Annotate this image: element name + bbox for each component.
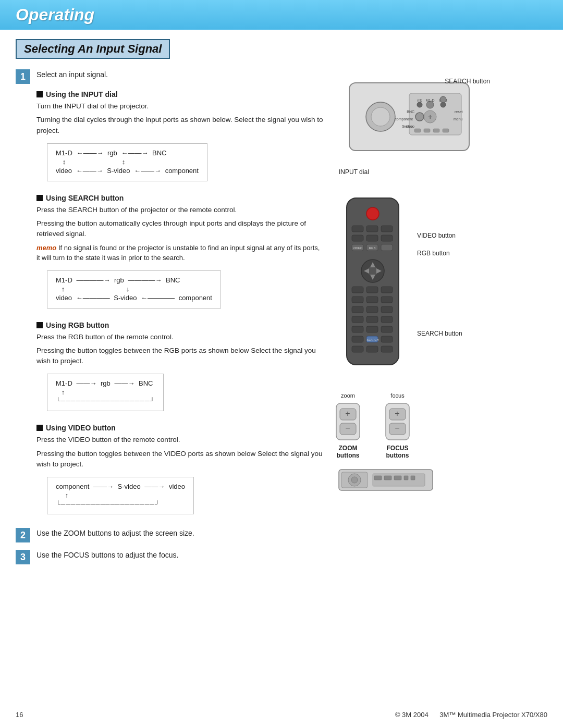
vid-vert: ↑ (56, 491, 185, 499)
s1-arr2: ————→ (126, 276, 164, 284)
d1-bnc: BNC (152, 149, 166, 157)
step-2-number: 2 (16, 528, 30, 542)
svg-rect-26 (352, 226, 363, 232)
svg-rect-53 (352, 326, 363, 332)
d1-arr1: ←——→ (75, 149, 105, 157)
video-para1: Press the VIDEO button of the remote con… (36, 435, 323, 445)
projector-top-svg: ✛ M1-D mb input BNC reset component menu… (334, 78, 490, 166)
svg-rect-58 (381, 336, 393, 342)
svg-rect-45 (366, 297, 378, 303)
svg-rect-51 (366, 316, 378, 323)
svg-text:SEARCH: SEARCH (367, 338, 379, 341)
search-button-label: SEARCH button (445, 78, 490, 85)
input-dial-para2: Turning the dial cycles through the inpu… (36, 115, 323, 136)
d1-m1d: M1-D (56, 149, 72, 157)
svg-text:component: component (395, 117, 413, 121)
remote-labels: VIDEO button RGB button SEARCH button (417, 195, 462, 337)
bullet-icon-2 (36, 195, 43, 201)
step-2: 2 Use the ZOOM buttons to adjust the scr… (16, 527, 323, 542)
search-para1: Press the SEARCH button of the projector… (36, 205, 323, 215)
rgb-title: Using RGB button (36, 321, 323, 329)
input-dial-title: Using the INPUT dial (36, 90, 323, 98)
svg-rect-11 (433, 129, 439, 132)
dial-diagram: M1-D ←——→ rgb ←——→ BNC ↕ ↕ video ←——→ S-… (47, 143, 207, 181)
search-para2: Pressing the button automatically cycles… (36, 218, 323, 240)
step-1-number: 1 (16, 69, 30, 84)
footer-copyright: © 3M 2004 (395, 711, 429, 719)
zoom-buttons-label: ZOOMbuttons (337, 445, 360, 459)
r1-arr1: ——→ (75, 379, 99, 387)
svg-rect-56 (352, 336, 363, 342)
svg-rect-50 (352, 316, 363, 323)
svg-rect-31 (381, 235, 393, 241)
svg-text:mb: mb (417, 98, 422, 102)
svg-rect-10 (424, 129, 430, 132)
page-number: 16 (16, 711, 23, 719)
search-row2: video ←———— S-video ←———— component (56, 294, 212, 302)
rgb-vert: ↑ (56, 388, 155, 396)
s1-arr3: ←———— (74, 294, 112, 302)
d1-video: video (56, 167, 72, 175)
search-row1: M1-D ————→ rgb ————→ BNC (56, 276, 212, 284)
page-title: Operating (16, 5, 547, 24)
svg-text:RGB: RGB (369, 246, 375, 250)
bullet-icon (36, 91, 43, 97)
svg-text:BNC: BNC (407, 110, 414, 114)
svg-point-6 (417, 102, 422, 107)
r1-bottom: └──────────────────┘ (56, 397, 155, 404)
svg-point-78 (351, 477, 358, 483)
projector-front-small (334, 464, 500, 497)
rgb-bottom-line: └──────────────────┘ (56, 397, 155, 404)
svg-rect-83 (404, 476, 408, 480)
section-title-box: Selecting An Input Signal (16, 39, 170, 59)
svg-point-4 (426, 101, 434, 108)
rgb-diagram: M1-D ——→ rgb ——→ BNC ↑ └────────────────… (47, 374, 164, 411)
video-diagram: component ——→ S-video ——→ video ↑ └─────… (47, 477, 194, 514)
svg-rect-43 (381, 287, 393, 293)
svg-rect-47 (352, 306, 363, 313)
svg-rect-34 (381, 244, 393, 251)
d1-rgb: rgb (107, 149, 117, 157)
main-content: 1 Select an input signal. Using the INPU… (0, 68, 563, 571)
focus-svg: + − (383, 401, 412, 442)
s1-vert-up: ↑ (56, 285, 70, 293)
subsection-video: Using VIDEO button Press the VIDEO butto… (36, 424, 323, 520)
step-3: 3 Use the FOCUS buttons to adjust the fo… (16, 549, 323, 564)
input-dial-label: INPUT dial (339, 168, 495, 176)
search-memo: memo If no signal is found or the projec… (36, 243, 323, 263)
subsection-rgb: Using RGB button Press the RGB button of… (36, 321, 323, 417)
zoom-label-top: zoom (341, 392, 355, 399)
footer-product: 3M™ Multimedia Projector X70/X80 (439, 711, 547, 719)
step-3-number: 3 (16, 550, 30, 564)
d1-arr3: ←——→ (74, 167, 105, 175)
s1-bnc: BNC (166, 276, 180, 284)
zoom-focus-container: zoom + − ZOOMbuttons focus (334, 392, 500, 459)
svg-rect-46 (381, 297, 393, 303)
remote-with-labels: VIDEO RGB SEARCH VIDEO button RGB button… (334, 195, 500, 373)
rgb-para1: Press the RGB button of the remote contr… (36, 332, 323, 342)
footer-center: © 3M 2004 3M™ Multimedia Projector X70/X… (395, 711, 547, 719)
svg-text:reset: reset (455, 110, 463, 114)
memo-body: If no signal is found or the projector i… (36, 244, 320, 262)
video-title: Using VIDEO button (36, 424, 323, 432)
svg-text:−: − (345, 424, 350, 433)
d1-vert-left: ↕ (57, 158, 71, 166)
section-title: Selecting An Input Signal (24, 42, 162, 56)
d1-svideo: S-video (107, 167, 130, 175)
s1-vert-down: ↓ (123, 285, 133, 293)
step-1: 1 Select an input signal. (16, 68, 323, 84)
svg-text:video: video (404, 125, 413, 128)
svg-text:✛: ✛ (428, 114, 432, 120)
svg-point-21 (440, 96, 446, 103)
svg-rect-41 (352, 287, 363, 293)
search-arrows-vert: ↑ ↓ (56, 285, 212, 293)
focus-label-top: focus (390, 392, 404, 399)
dial-arrows-vert: ↕ ↕ (57, 158, 199, 166)
dial-row2: video ←——→ S-video ←——→ component (56, 167, 199, 175)
right-column: SEARCH button ✛ (334, 68, 511, 571)
s1-rgb: rgb (114, 276, 124, 284)
svg-rect-9 (414, 129, 421, 132)
svg-text:−: − (395, 424, 399, 433)
d1-component: component (165, 167, 199, 175)
rgb-row1: M1-D ——→ rgb ——→ BNC (56, 379, 155, 387)
